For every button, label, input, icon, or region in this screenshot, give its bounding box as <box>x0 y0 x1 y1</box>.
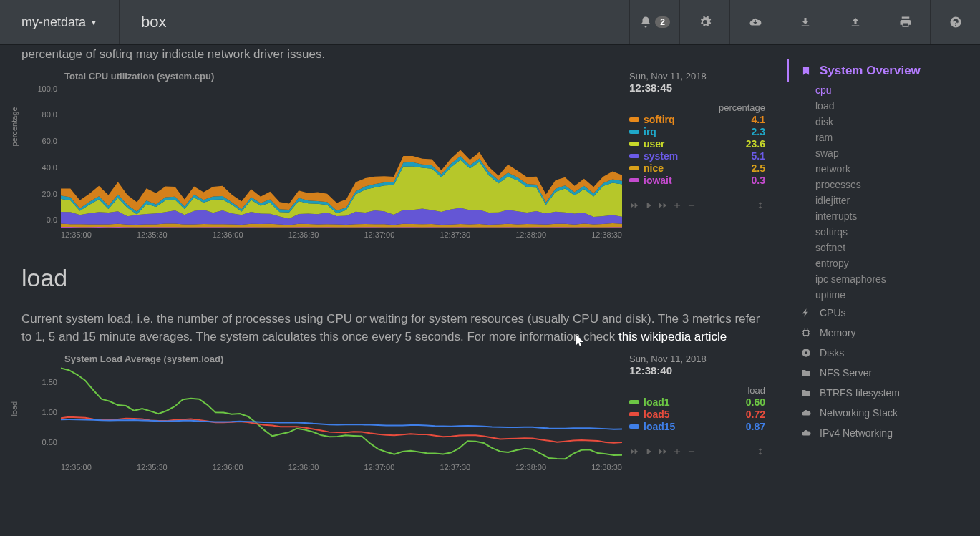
caret-down-icon: ▼ <box>90 19 97 26</box>
cpu-legend: softirq4.1irq2.3user23.6system5.1nice2.5… <box>629 114 765 186</box>
load-x-ticks: 12:35:0012:35:3012:36:0012:36:3012:37:00… <box>61 463 622 472</box>
bell-icon <box>639 16 652 29</box>
legend-name: softirq <box>644 114 725 125</box>
tick: 12:36:30 <box>288 230 319 239</box>
load-chart-date: Sun, Nov 11, 2018 <box>629 354 765 364</box>
sidebar-sub[interactable]: ipc semaphores <box>787 271 973 287</box>
legend-value: 0.72 <box>729 409 765 420</box>
sidebar-sub[interactable]: swap <box>787 145 973 161</box>
tick: 1.50 <box>42 378 57 386</box>
sidebar-sub[interactable]: network <box>787 161 973 177</box>
legend-row[interactable]: load50.72 <box>629 409 765 420</box>
zoom-out-icon[interactable] <box>687 200 697 210</box>
sidebar-sub[interactable]: disk <box>787 114 973 130</box>
brand-label: my-netdata <box>21 15 86 30</box>
intro-text-tail: percentage of softirq may indicate netwo… <box>21 45 765 64</box>
legend-row[interactable]: user23.6 <box>629 138 765 150</box>
upload-button[interactable] <box>830 0 880 44</box>
brand-dropdown[interactable]: my-netdata ▼ <box>0 0 120 44</box>
play-icon[interactable] <box>644 447 654 457</box>
sidebar-section[interactable]: BTRFS filesystem <box>787 383 973 403</box>
host-name: box <box>120 13 188 31</box>
play-icon[interactable] <box>644 200 654 210</box>
legend-row[interactable]: irq2.3 <box>629 126 765 137</box>
resize-icon[interactable] <box>755 447 765 457</box>
zoom-out-icon[interactable] <box>687 447 697 457</box>
legend-swatch <box>629 178 639 182</box>
cpu-legend-header: percentage <box>629 102 765 113</box>
download-button[interactable] <box>780 0 830 44</box>
tick: 100.0 <box>37 84 57 93</box>
folder-icon <box>801 388 811 398</box>
cpu-chart-block: Total CPU utilization (system.cpu) perce… <box>21 71 765 239</box>
sidebar-sub[interactable]: softnet <box>787 240 973 255</box>
load-wikipedia-link[interactable]: this wikipedia article <box>618 330 727 343</box>
legend-name: user <box>644 138 725 150</box>
help-button[interactable] <box>930 0 980 44</box>
nav-icons: 2 <box>629 0 980 44</box>
legend-name: iowait <box>644 175 725 186</box>
legend-name: load1 <box>644 396 725 408</box>
sidebar-section[interactable]: Networking Stack <box>787 403 973 423</box>
cloud-download-button[interactable] <box>729 0 780 44</box>
sidebar-sub[interactable]: load <box>787 98 973 114</box>
sidebar-section-label: CPUs <box>820 307 846 318</box>
sidebar-sub[interactable]: ram <box>787 130 973 145</box>
sidebar-sub[interactable]: cpu <box>787 82 973 98</box>
zoom-in-icon[interactable] <box>672 200 682 210</box>
zoom-in-icon[interactable] <box>672 447 682 457</box>
load-y-label: load <box>10 401 19 416</box>
sidebar-section[interactable]: CPUs <box>787 303 973 323</box>
cpu-y-ticks: 100.080.060.040.020.00.0 <box>21 84 57 225</box>
sidebar-section[interactable]: Memory <box>787 323 973 343</box>
sidebar-sub[interactable]: processes <box>787 177 973 193</box>
tick: 12:37:30 <box>440 463 470 472</box>
rewind-icon[interactable] <box>629 200 639 210</box>
sidebar-sub[interactable]: uptime <box>787 287 973 303</box>
print-button[interactable] <box>880 0 930 44</box>
legend-name: nice <box>644 162 725 174</box>
settings-button[interactable] <box>679 0 729 44</box>
legend-value: 0.3 <box>729 175 765 186</box>
tick: 12:35:30 <box>137 230 168 239</box>
cpu-plot[interactable] <box>61 84 622 228</box>
cpu-chart-time: 12:38:45 <box>629 82 765 94</box>
legend-row[interactable]: load10.60 <box>629 396 765 408</box>
cpu-y-label: percentage <box>10 107 19 146</box>
sidebar-sub[interactable]: softirqs <box>787 224 973 240</box>
tick: 12:36:00 <box>213 230 243 239</box>
legend-row[interactable]: system5.1 <box>629 150 765 162</box>
legend-swatch <box>629 424 639 429</box>
cloud-icon <box>801 408 811 418</box>
resize-icon[interactable] <box>755 200 765 210</box>
forward-icon[interactable] <box>658 447 668 457</box>
sidebar-section[interactable]: NFS Server <box>787 363 973 383</box>
tick: 12:37:00 <box>364 230 395 239</box>
sidebar-section-label: Memory <box>820 327 856 338</box>
tick: 12:36:00 <box>213 463 243 472</box>
tick: 12:38:00 <box>515 230 546 239</box>
legend-row[interactable]: load150.87 <box>629 421 765 432</box>
forward-icon[interactable] <box>658 200 668 210</box>
legend-row[interactable]: iowait0.3 <box>629 175 765 186</box>
tick: 12:35:00 <box>61 463 92 472</box>
alarms-button[interactable]: 2 <box>629 0 679 44</box>
load-plot[interactable] <box>61 367 622 460</box>
sidebar-section[interactable]: Disks <box>787 343 973 363</box>
legend-row[interactable]: nice2.5 <box>629 162 765 174</box>
load-chart-title: System Load Average (system.load) <box>64 354 622 364</box>
sidebar-sub[interactable]: interrupts <box>787 208 973 224</box>
sidebar-section-label: System Overview <box>820 64 921 78</box>
legend-swatch <box>629 142 639 146</box>
legend-swatch <box>629 117 639 122</box>
sidebar-section[interactable]: System Overview <box>787 59 973 82</box>
rewind-icon[interactable] <box>629 447 639 457</box>
legend-row[interactable]: softirq4.1 <box>629 114 765 125</box>
sidebar-sub[interactable]: entropy <box>787 255 973 271</box>
folder-icon <box>801 368 811 378</box>
legend-swatch <box>629 130 639 134</box>
sidebar-section[interactable]: IPv4 Networking <box>787 423 973 443</box>
legend-value: 5.1 <box>729 150 765 162</box>
sidebar-sub[interactable]: idlejitter <box>787 193 973 208</box>
load-heading: load <box>21 264 765 292</box>
